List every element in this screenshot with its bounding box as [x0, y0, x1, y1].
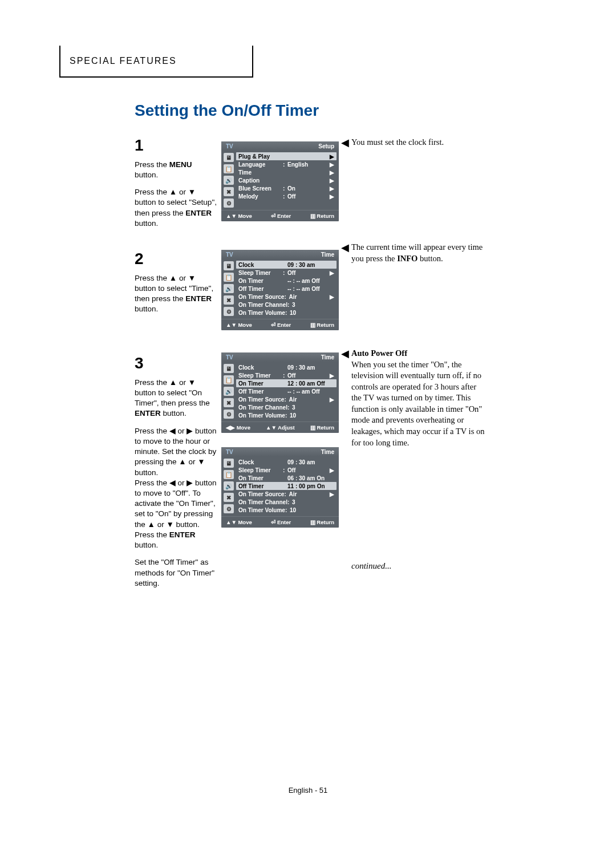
note-arrow-icon: ◀	[341, 136, 349, 149]
osd-footer-move: ▲▼ Move	[226, 322, 252, 328]
osd-menu-item: Sleep Timer:Off▶	[236, 371, 337, 379]
osd-category-icon: 🔊	[224, 176, 234, 185]
osd-category-icon: 🔊	[224, 387, 234, 396]
osd-category-icon: 🖥	[224, 153, 234, 162]
step-text: Press the ◀ or ▶ button to move to the h…	[135, 426, 217, 478]
osd-menu-item: Language:English▶	[236, 160, 337, 168]
osd-footer-move: ◀▶ Move	[226, 424, 250, 431]
note-2: ◀ The current time will appear every tim…	[351, 242, 488, 264]
osd-menu-item: On Timer Source:Air▶	[236, 395, 337, 403]
page-footer: English - 51	[0, 786, 616, 795]
osd-footer-move: ▲▼ Move	[226, 213, 252, 219]
osd-menu: TVSetup🖥📋🔊✖⚙Plug & Play▶Language:English…	[221, 141, 339, 221]
osd-menu-item: On Timer06 : 30 am On	[236, 474, 337, 482]
osd-category-icon: ⚙	[224, 410, 234, 419]
osd-category-icon: 🖥	[224, 364, 234, 373]
osd-tv-label: TV	[226, 354, 233, 360]
osd-menu-item: Plug & Play▶	[236, 152, 337, 160]
osd-category-icon: ✖	[224, 398, 234, 407]
note-arrow-icon: ◀	[341, 347, 349, 360]
osd-category-icon: 📋	[224, 470, 234, 479]
osd-footer-enter: ⏎ Enter	[271, 519, 291, 525]
step-text: Press the ▲ or ▼ button to select "Setup…	[135, 187, 217, 229]
note-text: You must set the clock first.	[351, 137, 444, 147]
osd-menu-item: On Timer Volume:10	[236, 411, 337, 419]
osd-menu-item: Off Timer-- : -- am Off	[236, 285, 337, 293]
osd-footer-enter: ⏎ Enter	[271, 322, 291, 328]
step-text: Press the ◀ or ▶ button to move to "Off"…	[135, 478, 217, 551]
note-1: ◀ You must set the clock first.	[351, 137, 488, 148]
osd-menu: TVTime🖥📋🔊✖⚙Clock09 : 30 amSleep Timer:Of…	[221, 352, 339, 433]
osd-category-icon: 🔊	[224, 481, 234, 491]
note-text: Auto Power OffWhen you set the timer "On…	[351, 348, 484, 447]
step-3: 3 Press the ▲ or ▼ button to select "On …	[135, 352, 217, 589]
note-arrow-icon: ◀	[341, 241, 349, 254]
step-text: Set the "Off Timer" as methods for "On T…	[135, 557, 217, 589]
osd-category-icon: ✖	[224, 295, 234, 305]
section-header-text: SPECIAL FEATURES	[70, 56, 177, 66]
osd-tv-label: TV	[226, 449, 233, 455]
osd-menu: TVTime🖥📋🔊✖⚙Clock09 : 30 amSleep Timer:Of…	[221, 250, 339, 330]
osd-menu-item: On Timer Volume:10	[236, 309, 337, 317]
osd-menu-title: Time	[321, 354, 334, 360]
step-text: Press the ▲ or ▼ button to select "On Ti…	[135, 378, 217, 419]
osd-footer-move: ▲▼ Move	[226, 519, 252, 525]
osd-category-icon: ✖	[224, 187, 234, 196]
osd-menu-item: Off Timer-- : -- am Off	[236, 387, 337, 395]
osd-menu-item: On Timer Channel:3	[236, 301, 337, 309]
step-number: 1	[135, 135, 217, 156]
step-1: 1 Press the MENU button. Press the ▲ or …	[135, 135, 217, 229]
step-text: Press the MENU button.	[135, 160, 217, 180]
osd-menu-item: On Timer Source:Air▶	[236, 293, 337, 301]
osd-menu-item: On Timer12 : 00 am Off	[236, 379, 337, 387]
osd-tv-label: TV	[226, 252, 233, 258]
osd-menu-item: Blue Screen:On▶	[236, 184, 337, 192]
section-header: SPECIAL FEATURES	[59, 46, 253, 78]
osd-menu-item: Caption▶	[236, 176, 337, 184]
osd-menu-title: Setup	[318, 143, 334, 149]
osd-menu-item: On Timer Channel:3	[236, 498, 337, 506]
osd-footer-return: ▥ Return	[310, 424, 334, 431]
osd-menu-item: On Timer Channel:3	[236, 403, 337, 411]
osd-category-icon: 🔊	[224, 284, 234, 293]
continued-text: continued...	[351, 561, 391, 571]
page-title: Setting the On/Off Timer	[135, 102, 319, 120]
osd-category-icon: 🖥	[224, 261, 234, 270]
osd-category-icon: ✖	[224, 493, 234, 502]
osd-category-icon: 🖥	[224, 459, 234, 468]
osd-footer-return: ▥ Return	[310, 519, 334, 525]
osd-menu-item: Melody:Off▶	[236, 192, 337, 200]
osd-menu-item: Sleep Timer:Off▶	[236, 269, 337, 277]
step-number: 2	[135, 248, 217, 270]
osd-footer-return: ▥ Return	[310, 322, 334, 328]
step-2: 2 Press the ▲ or ▼ button to select "Tim…	[135, 248, 217, 315]
osd-menu-title: Time	[321, 449, 334, 455]
osd-category-icon: 📋	[224, 164, 234, 173]
osd-menu-item: On Timer-- : -- am Off	[236, 277, 337, 285]
note-3: ◀ Auto Power OffWhen you set the timer "…	[351, 348, 488, 448]
osd-menu-title: Time	[321, 252, 334, 258]
osd-menu: TVTime🖥📋🔊✖⚙Clock09 : 30 amSleep Timer:Of…	[221, 447, 339, 528]
osd-category-icon: 📋	[224, 375, 234, 384]
osd-menu-item: Clock09 : 30 am	[236, 261, 337, 269]
osd-menu-item: Sleep Timer:Off▶	[236, 466, 337, 474]
osd-category-icon: ⚙	[224, 504, 234, 513]
osd-menu-item: Clock09 : 30 am	[236, 458, 337, 466]
osd-menu-item: Clock09 : 30 am	[236, 363, 337, 371]
osd-menu-item: Time▶	[236, 168, 337, 176]
step-text: Press the ▲ or ▼ button to select "Time"…	[135, 273, 217, 315]
note-text: The current time will appear every time …	[351, 242, 483, 263]
osd-footer-adjust: ▲▼ Adjust	[266, 424, 295, 431]
osd-category-icon: ⚙	[224, 198, 234, 208]
osd-footer-return: ▥ Return	[310, 213, 334, 219]
step-number: 3	[135, 352, 217, 374]
osd-footer-enter: ⏎ Enter	[271, 213, 291, 219]
osd-tv-label: TV	[226, 143, 233, 149]
osd-menu-item: Off Timer11 : 00 pm On	[236, 482, 337, 490]
osd-menu-item: On Timer Source:Air▶	[236, 490, 337, 498]
osd-category-icon: ⚙	[224, 307, 234, 316]
osd-category-icon: 📋	[224, 273, 234, 282]
osd-menu-item: On Timer Volume:10	[236, 506, 337, 514]
